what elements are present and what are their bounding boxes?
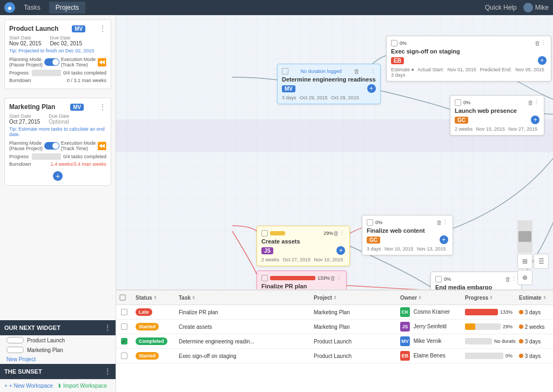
burndown-value: 0 / 3.1 man weeks [67,78,106,83]
card-menu-button[interactable]: ⋮ [99,103,106,111]
th-owner[interactable]: Owner ⇕ [397,293,462,302]
trash-icon[interactable]: 🗑 [436,219,442,226]
node-add-button[interactable]: + [336,246,345,255]
node-add-button[interactable]: + [531,116,539,124]
node-checkbox[interactable] [261,230,268,236]
planning-mode-toggle[interactable] [44,142,59,150]
node-checkbox[interactable] [282,68,288,75]
dots-icon[interactable]: ⋮ [339,229,345,236]
date-row: Start Date Oct 27, 2015 Due Date Optiona… [9,113,106,125]
canvas-area[interactable]: 0% 🗑 ⋮ Exec sign-off on staging EB + Est… [116,15,553,289]
row-checkbox[interactable] [121,353,127,359]
dots-icon[interactable]: ⋮ [511,275,517,282]
list-view-button[interactable]: ☰ [534,254,549,269]
user-menu[interactable]: Mike [523,3,549,12]
node-title: End media embargo [435,284,517,289]
th-progress[interactable]: Progress ⇕ [462,293,516,302]
row-progress: 0% [462,350,516,361]
node-end-media: 0% 🗑 ⋮ End media embargo CK + 2 days Nov… [430,272,522,289]
row-owner: CK Cosmo Kramer [397,305,462,319]
row-estimate: 3 days [516,336,553,347]
workspace-item-marketing-plan[interactable]: Marketing Plan [0,345,116,355]
dots-icon[interactable]: ⋮ [336,274,342,281]
node-finalize-web: 0% 🗑 ⋮ Finalize web content GC + 3 days … [362,215,453,255]
trash-icon[interactable]: 🗑 [333,230,339,236]
dots-icon[interactable]: ⋮ [541,39,547,46]
node-checkbox[interactable] [391,40,397,46]
progress-label: No duration logged [494,339,516,344]
owner-badge: CK [400,307,410,317]
node-checkbox[interactable] [367,219,373,226]
node-predicted-end-val: Nov 05, 2015 [515,67,544,72]
node-actual-start-label: Actual Start: [417,67,444,72]
main-container: Product Launch MV ⋮ Start Date Nov 02, 2… [0,15,553,392]
node-title: Exec sign-off on staging [391,48,547,55]
owner-name: Cosmo Kramer [414,309,450,315]
card-menu-button[interactable]: ⋮ [99,24,106,33]
card-title: Marketing Plan [9,103,55,111]
th-status[interactable]: Status ⇕ [132,293,176,302]
row-checkbox[interactable]: ✓ [121,338,127,344]
dots-icon[interactable]: ⋮ [534,99,539,106]
node-header: 0% 🗑 ⋮ [391,39,547,46]
trash-icon[interactable]: 🗑 [354,68,360,75]
row-checkbox-cell[interactable] [116,350,132,361]
row-checkbox[interactable] [121,323,127,330]
card-header: Marketing Plan MV ⋮ [9,103,106,111]
node-add-button[interactable]: + [538,56,547,65]
quick-help-link[interactable]: Quick Help [485,4,517,11]
owner-badge: MV [400,336,410,346]
th-estimate[interactable]: Estimate ⇕ [516,293,553,302]
node-estimate-label: Estimate ● [391,67,414,72]
node-add-button[interactable]: + [440,235,448,244]
workspace-item-product-launch[interactable]: Product Launch [0,335,116,345]
trash-icon[interactable]: 🗑 [535,40,541,46]
node-header: 0% 🗑 ⋮ [455,99,539,106]
node-finalize-pr: 133% 🗑 ⋮ Finalize PR plan CK + 3 days Oc… [257,271,347,289]
th-project[interactable]: Project ⇕ [311,293,397,302]
new-workspace-button[interactable]: + + New Workspace [4,383,53,389]
progress-label: Progress [9,154,29,159]
import-workspace-button[interactable]: ⬇ Import Workspace [57,383,107,389]
new-project-button[interactable]: New Project [0,355,116,364]
add-card-button[interactable]: + [53,171,63,181]
row-checkbox-cell[interactable]: ✓ [116,336,132,347]
row-project: Product Launch [311,351,397,361]
row-checkbox-cell[interactable] [116,321,132,332]
row-checkbox-cell[interactable] [116,307,132,317]
node-determine-eng: No duration logged 🗑 ⋮ Determine enginee… [277,64,381,104]
th-task[interactable]: Task ⇕ [176,293,311,302]
row-status: Completed [132,335,176,347]
trash-icon[interactable]: 🗑 [330,275,336,281]
trash-icon[interactable]: 🗑 [505,276,511,282]
tab-tasks[interactable]: Tasks [17,2,47,13]
estimate-dot [519,339,523,343]
th-check [116,293,132,302]
card-tip: Tip: Projected to finish on Dec 02, 2015 [9,48,106,53]
rewind-icon[interactable]: ⏪ [97,141,106,150]
footer-actions: + + New Workspace ⬇ Import Workspace [0,379,116,392]
node-add-button[interactable]: + [367,84,376,93]
node-checkbox[interactable] [455,99,461,106]
node-checkbox[interactable] [435,276,442,282]
progress-label: 0% [505,353,512,359]
workspace1-menu[interactable]: ⋮ [104,323,111,332]
burndown-row: Burndown 0 / 3.1 man weeks [9,78,106,83]
planning-mode-toggle[interactable] [44,58,59,66]
dots-icon[interactable]: ⋮ [370,67,376,75]
dots-icon[interactable]: ⋮ [442,219,448,226]
canvas-scrollbar[interactable] [517,220,532,253]
node-create-assets: 29% 🗑 ⋮ Create assets JS + 2 weeks Oct 2… [257,226,350,266]
workspace2-menu[interactable]: ⋮ [104,367,111,376]
trash-icon[interactable]: 🗑 [528,99,534,106]
zoom-button[interactable]: ⊕ [517,270,532,285]
progress-label: 29% [503,324,512,329]
user-name: Mike [535,4,549,11]
rewind-icon[interactable]: ⏪ [97,58,106,66]
row-checkbox[interactable] [121,309,127,315]
node-checkbox[interactable] [261,275,268,281]
tab-projects[interactable]: Projects [49,2,85,13]
grid-view-button[interactable]: ⊞ [517,254,532,269]
planning-mode-label: Planning Mode(Pause Project) [9,140,43,151]
node-title: Create assets [261,238,345,245]
